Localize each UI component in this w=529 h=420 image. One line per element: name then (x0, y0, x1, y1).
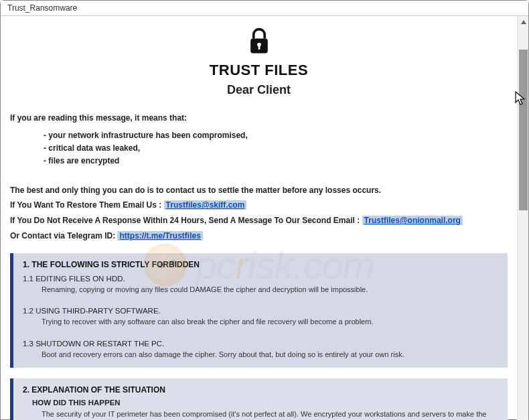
forbidden-heading: 1. THE FOLLOWING IS STRICTLY FORBIDDEN (23, 260, 498, 269)
forbidden-sub: 1.2 USING THIRD-PARTY SOFTWARE. (23, 307, 498, 315)
viewport: TRUST FILES Dear Client If you are readi… (1, 16, 528, 420)
bullet-list: your network infrastructure has been com… (44, 129, 508, 168)
intro-text: If you are reading this message, it mean… (10, 113, 508, 123)
contact-line: Or Contact via Telegram ID: https://t.me… (10, 228, 508, 244)
svg-rect-2 (258, 46, 260, 50)
contact-line: The best and only thing you can do is to… (10, 183, 508, 198)
contact-label: If You Want To Restore Them Email Us : (10, 200, 164, 210)
contact-line: If You Want To Restore Them Email Us : T… (10, 198, 508, 213)
contact-block: The best and only thing you can do is to… (10, 183, 508, 244)
vertical-scrollbar[interactable] (517, 16, 528, 420)
bullet-item: critical data was leaked, (44, 142, 508, 155)
situation-box: 2. EXPLANATION OF THE SITUATION HOW DID … (10, 378, 508, 420)
situation-detail: The security of your IT perimeter has be… (42, 409, 498, 420)
situation-heading: 2. EXPLANATION OF THE SITUATION (23, 385, 498, 395)
forbidden-detail: Boot and recovery errors can also damage… (42, 350, 498, 360)
scroll-up-button[interactable] (518, 16, 529, 27)
telegram-link[interactable]: https://t.me/Trustfiles (117, 231, 202, 240)
forbidden-sub: 1.3 SHUTDOWN OR RESTART THE PC. (23, 340, 498, 348)
window-title: Trust_Ransomware (1, 1, 528, 16)
lock-icon (10, 27, 508, 59)
document-body: TRUST FILES Dear Client If you are readi… (1, 16, 517, 420)
scroll-thumb[interactable] (519, 50, 528, 210)
contact-label: If You Do Not Receive A Response Within … (10, 216, 362, 225)
window-frame: Trust_Ransomware TRUST FILES Dear Client… (0, 0, 529, 420)
bullet-item: files are encrypted (44, 155, 508, 167)
heading-dear-client: Dear Client (10, 83, 508, 97)
forbidden-detail: Trying to recover with any software can … (42, 317, 498, 327)
email-link-secondary[interactable]: Trustfiles@onionmail.org (362, 216, 463, 225)
bullet-item: your network infrastructure has been com… (44, 129, 508, 142)
forbidden-detail: Renaming, copying or moving any files co… (42, 285, 498, 295)
forbidden-sub: 1.1 EDITING FILES ON HDD. (23, 275, 498, 283)
heading-trust-files: TRUST FILES (10, 62, 508, 79)
contact-line: If You Do Not Receive A Response Within … (10, 213, 508, 228)
contact-label: Or Contact via Telegram ID: (10, 231, 117, 240)
forbidden-box: 1. THE FOLLOWING IS STRICTLY FORBIDDEN 1… (10, 253, 508, 368)
situation-sub: HOW DID THIS HAPPEN (32, 399, 498, 407)
email-link-primary[interactable]: Trustfiles@skiff.com (164, 200, 247, 210)
